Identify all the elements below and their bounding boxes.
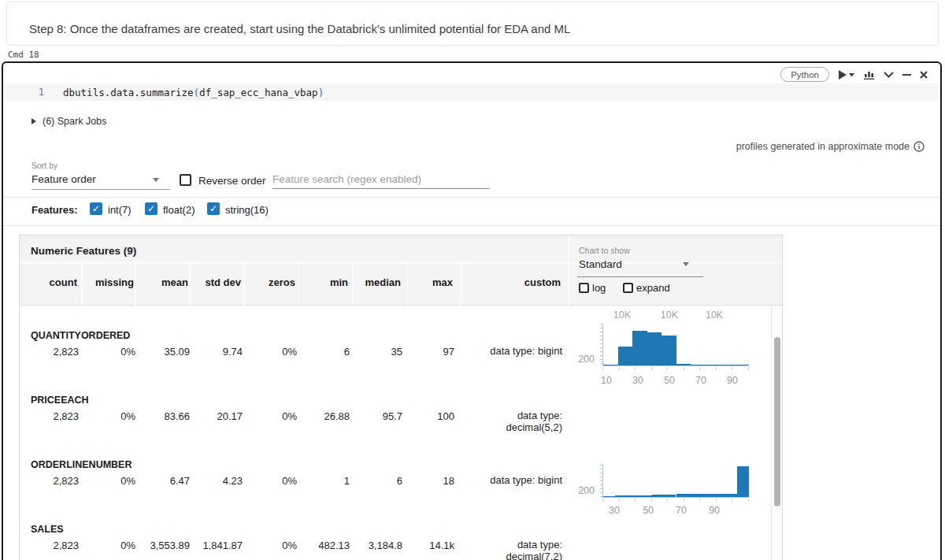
profiles-note: profiles generated in approximate mode	[736, 141, 925, 152]
hist-x-tick-label: 90	[709, 505, 720, 516]
hist-bar	[688, 494, 700, 497]
hist-x-tick-label: 50	[664, 375, 675, 386]
hist-y-label: 200	[571, 354, 595, 365]
hist-bar	[720, 365, 735, 365]
feature-type-string-label: string(16)	[225, 204, 269, 216]
code-paren-close: )	[318, 87, 324, 98]
markdown-cell: Step 8: Once the dataframes are created,…	[6, 2, 939, 46]
column-header-missing: missing	[79, 276, 134, 288]
divider	[3, 225, 940, 226]
feature-type-int-checkbox[interactable]: ✓	[90, 202, 102, 215]
stat-count: 2,823	[20, 346, 79, 358]
hist-bar	[737, 466, 749, 497]
hist-bar	[691, 365, 706, 365]
expand-label: expand	[636, 282, 670, 294]
hist-y-ticks	[600, 465, 602, 497]
stat-count: 2,823	[20, 475, 79, 487]
command-cell: Python 1 dbutils.data.summarize(df_sap_e…	[2, 61, 942, 560]
sort-by-dropdown[interactable]: Feature order	[32, 173, 96, 185]
hist-top-label: 10K	[661, 310, 678, 321]
hist-bar	[603, 496, 615, 497]
chart-to-show-dropdown[interactable]: Standard	[579, 258, 622, 270]
column-header-stddev: std dev	[186, 276, 241, 288]
expand-checkbox[interactable]	[623, 283, 633, 293]
column-separator	[189, 264, 191, 306]
hist-bar	[676, 364, 691, 365]
features-label: Features:	[32, 204, 78, 216]
column-separator	[243, 264, 245, 306]
log-checkbox[interactable]	[579, 283, 589, 293]
hist-bar	[735, 365, 750, 365]
panel-header: Numeric Features (9) count missing mean …	[20, 235, 782, 306]
stat-max: 100	[390, 410, 454, 422]
column-header-median: median	[346, 276, 401, 288]
panel-title: Numeric Features (9)	[31, 245, 136, 257]
reverse-order-label: Reverse order	[198, 175, 266, 187]
log-option: log	[579, 282, 606, 294]
expand-option: expand	[623, 282, 670, 294]
code-line[interactable]: 1 dbutils.data.summarize(df_sap_ecc_hana…	[5, 83, 939, 101]
chevron-down-icon[interactable]	[884, 71, 894, 78]
feature-name: ORDERLINENUMBER	[31, 459, 132, 470]
markdown-text: Step 8: Once the dataframes are created,…	[29, 22, 570, 35]
column-header-min: min	[293, 276, 348, 288]
hist-x-tick-label: 30	[609, 505, 620, 516]
hist-bar	[615, 495, 627, 497]
hist-top-label: 10K	[706, 310, 723, 321]
stat-count: 2,823	[20, 540, 79, 551]
numeric-features-panel: Numeric Features (9) count missing mean …	[19, 235, 783, 560]
histogram	[602, 324, 748, 366]
profiles-note-text: profiles generated in approximate mode	[736, 141, 910, 152]
feature-name: SALES	[31, 524, 64, 535]
vertical-scrollbar[interactable]	[771, 306, 782, 560]
minimize-icon[interactable]	[902, 73, 911, 76]
column-header-count: count	[22, 276, 77, 288]
chart-caret-icon	[683, 262, 689, 266]
stat-custom: data type: decimal(7,2)	[460, 539, 562, 560]
column-header-zeros: zeros	[240, 276, 295, 288]
scrollbar-thumb[interactable]	[774, 337, 780, 506]
hist-x-tick-label: 90	[727, 375, 738, 386]
column-header-custom: custom	[506, 276, 561, 288]
code-argument: df_sap_ecc_hana_vbap	[199, 87, 318, 98]
cell-toolbar: Python	[780, 67, 928, 82]
line-number: 1	[33, 87, 44, 98]
hist-y-label: 200	[571, 485, 595, 496]
reverse-order-checkbox[interactable]	[180, 174, 191, 186]
feature-name: QUANTITYORDERED	[31, 330, 130, 341]
hist-bar	[618, 347, 633, 365]
stat-max: 14.1k	[390, 540, 454, 551]
spark-jobs-label: (6) Spark Jobs	[43, 116, 106, 127]
histogram	[602, 465, 748, 498]
stat-max: 18	[390, 475, 454, 487]
feature-search-input[interactable]	[272, 170, 490, 189]
column-separator	[406, 264, 408, 306]
hist-x-tick-label: 70	[676, 505, 687, 516]
close-icon[interactable]	[920, 71, 928, 79]
hist-top-label: 10K	[613, 310, 631, 321]
language-selector[interactable]: Python	[780, 67, 829, 82]
column-separator	[460, 264, 461, 306]
hist-bar	[713, 494, 724, 497]
hist-x-tick-label: 30	[632, 375, 643, 386]
hist-bar	[676, 494, 688, 497]
run-icon[interactable]	[838, 70, 855, 80]
feature-type-string-checkbox[interactable]: ✓	[207, 202, 220, 215]
hist-bar	[632, 331, 647, 365]
hist-y-ticks	[600, 324, 602, 365]
stat-custom: data type: decimal(5,2)	[460, 410, 562, 433]
hist-x-tick-label: 10	[601, 375, 612, 386]
spark-jobs-toggle[interactable]: (6) Spark Jobs	[32, 116, 106, 127]
stat-max: 97	[390, 346, 454, 358]
feature-type-int-label: int(7)	[108, 204, 132, 216]
info-icon[interactable]	[914, 141, 925, 152]
stat-count: 2,823	[20, 410, 79, 422]
hist-bar	[706, 365, 721, 365]
feature-type-float-checkbox[interactable]: ✓	[145, 202, 158, 215]
sort-by-label: Sort by	[32, 161, 57, 170]
sort-underline	[32, 189, 170, 190]
sort-caret-icon	[153, 178, 159, 182]
chart-icon[interactable]	[864, 69, 875, 80]
feature-type-float-label: float(2)	[163, 204, 195, 216]
cmd-label: Cmd 18	[8, 50, 39, 60]
